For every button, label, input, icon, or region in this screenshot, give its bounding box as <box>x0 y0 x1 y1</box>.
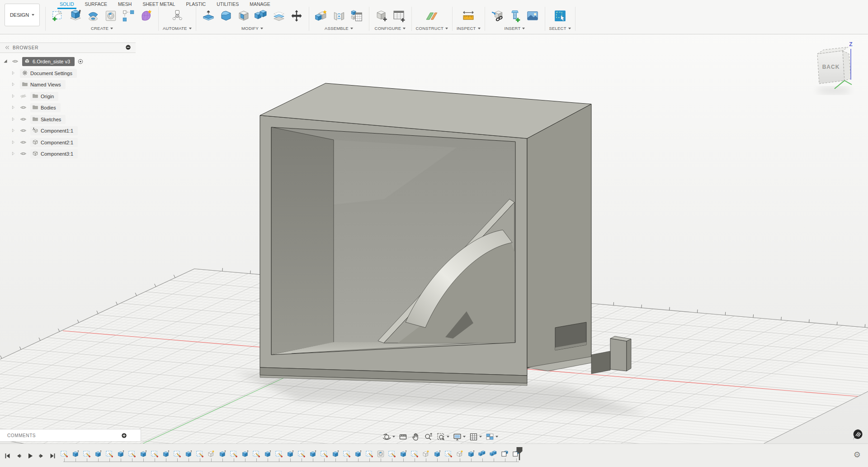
design-workspace-dropdown[interactable]: DESIGN <box>5 4 40 26</box>
activate-radio-icon[interactable] <box>77 58 84 65</box>
timeline-position-marker[interactable] <box>516 447 523 463</box>
automate-button[interactable] <box>169 8 185 24</box>
timeline-component-feature[interactable] <box>422 450 430 458</box>
timeline-extrude-feature[interactable] <box>218 450 226 458</box>
expand-icon[interactable] <box>11 71 18 76</box>
expand-icon[interactable] <box>11 128 18 133</box>
group-label-configure[interactable]: CONFIGURE <box>375 26 406 31</box>
zoom-tool[interactable] <box>423 432 434 442</box>
viewports-tool[interactable] <box>484 432 499 442</box>
item-pill[interactable]: Named Views <box>20 80 66 89</box>
timeline-extrude-feature[interactable] <box>264 450 272 458</box>
timeline-sketch-feature[interactable] <box>196 450 204 458</box>
timeline-component-feature[interactable] <box>456 450 464 458</box>
item-pill[interactable]: Component1:1 <box>30 126 78 135</box>
offset-button[interactable] <box>271 8 287 24</box>
timeline-extrude-feature[interactable] <box>309 450 317 458</box>
group-label-inspect[interactable]: INSPECT <box>457 26 481 31</box>
configuration-button[interactable] <box>373 8 390 24</box>
group-label-modify[interactable]: MODIFY <box>241 26 263 31</box>
insert-fastener-button[interactable] <box>507 8 523 24</box>
timeline-sketch-feature[interactable] <box>320 450 328 458</box>
timeline-sketch-feature[interactable] <box>128 450 136 458</box>
grid-tool[interactable] <box>468 432 483 442</box>
browser-item-component3-1[interactable]: Component3:1 <box>0 148 78 159</box>
combine-button[interactable] <box>253 8 269 24</box>
timeline-combine-feature[interactable] <box>490 450 498 458</box>
revolve-button[interactable] <box>85 8 101 24</box>
timeline-sketch-feature[interactable] <box>343 450 351 458</box>
timeline-extrude-feature[interactable] <box>117 450 125 458</box>
timeline-extrude-feature[interactable] <box>162 450 170 458</box>
eye-icon[interactable] <box>20 139 28 146</box>
timeline-settings-gear-icon[interactable]: ⚙ <box>854 450 861 460</box>
timeline-sketch-feature[interactable] <box>444 450 453 458</box>
eye-icon[interactable] <box>20 127 28 134</box>
fit-tool[interactable] <box>435 432 450 442</box>
eye-icon[interactable] <box>20 116 28 123</box>
expand-icon[interactable] <box>11 140 18 145</box>
comment-bubble-icon[interactable] <box>852 429 863 443</box>
hole-button[interactable] <box>103 8 119 24</box>
create-form-button[interactable] <box>138 8 154 24</box>
create-sketch-button[interactable] <box>50 8 66 24</box>
orbit-tool[interactable] <box>381 432 396 442</box>
timeline-extrude-feature[interactable] <box>433 450 441 458</box>
step-back-button[interactable] <box>15 452 23 460</box>
group-label-construct[interactable]: CONSTRUCT <box>416 26 448 31</box>
model-box[interactable] <box>253 83 631 386</box>
timeline-extrude-feature[interactable] <box>184 450 193 458</box>
expand-icon[interactable] <box>11 117 18 122</box>
timeline-sketch-feature[interactable] <box>297 450 306 458</box>
construct-plane-button[interactable] <box>424 8 440 24</box>
timeline-extrude-feature[interactable] <box>139 450 147 458</box>
eye-icon[interactable] <box>20 150 28 157</box>
timeline-sketch-feature[interactable] <box>151 450 159 458</box>
timeline-extrude-feature[interactable] <box>286 450 294 458</box>
move-button[interactable] <box>288 8 305 24</box>
pattern-button[interactable] <box>120 8 137 24</box>
document-root-pill[interactable]: 6.Orden_siste v3 <box>22 57 75 66</box>
item-pill[interactable]: Origin <box>30 92 58 101</box>
item-pill[interactable]: Bodies <box>30 103 61 112</box>
browser-item-bodies[interactable]: Bodies <box>0 102 61 113</box>
timeline-sketch-feature[interactable] <box>173 450 181 458</box>
measure-button[interactable] <box>460 8 476 24</box>
pan-tool[interactable] <box>410 432 421 442</box>
expand-icon[interactable] <box>11 94 18 99</box>
extrude-button[interactable] <box>67 8 84 24</box>
timeline-extrude-feature[interactable] <box>71 450 80 458</box>
press-pull-button[interactable] <box>200 8 217 24</box>
step-forward-button[interactable] <box>38 452 45 460</box>
timeline-sketch-feature[interactable] <box>60 450 68 458</box>
timeline-extrude-feature[interactable] <box>467 450 475 458</box>
new-component-button[interactable] <box>313 8 330 24</box>
browser-item-component2-1[interactable]: Component2:1 <box>0 137 78 148</box>
timeline-extrude-feature[interactable] <box>94 450 102 458</box>
browser-item-component1-1[interactable]: Component1:1 <box>0 125 78 136</box>
browser-root-item[interactable]: 6.Orden_siste v3 <box>0 56 84 67</box>
timeline-sketch-feature[interactable] <box>388 450 396 458</box>
timeline-hole-feature[interactable] <box>377 450 385 458</box>
comments-panel[interactable]: COMMENTS <box>0 429 141 442</box>
group-label-assemble[interactable]: ASSEMBLE <box>325 26 353 31</box>
browser-item-sketches[interactable]: Sketches <box>0 114 66 124</box>
look-at-tool[interactable] <box>397 432 409 442</box>
expand-icon[interactable] <box>3 58 10 64</box>
fillet-button[interactable] <box>218 8 234 24</box>
canvas-button[interactable] <box>524 8 541 24</box>
expand-icon[interactable] <box>11 151 18 156</box>
timeline-sketch-feature[interactable] <box>230 450 238 458</box>
viewcube[interactable]: BACK Z <box>811 39 865 98</box>
timeline-sketch-feature[interactable] <box>252 450 260 458</box>
browser-item-origin[interactable]: Origin <box>0 91 58 101</box>
timeline-combine-feature[interactable] <box>478 450 486 458</box>
group-label-create[interactable]: CREATE <box>91 26 113 31</box>
timeline-extrude-feature[interactable] <box>354 450 362 458</box>
browser-collapse-icon[interactable] <box>5 44 10 52</box>
expand-icon[interactable] <box>11 105 18 110</box>
browser-item-document-settings[interactable]: Document Settings <box>0 68 77 78</box>
timeline-extrude-feature[interactable] <box>241 450 249 458</box>
item-pill[interactable]: Component2:1 <box>30 138 78 147</box>
add-comment-icon[interactable] <box>121 433 127 438</box>
